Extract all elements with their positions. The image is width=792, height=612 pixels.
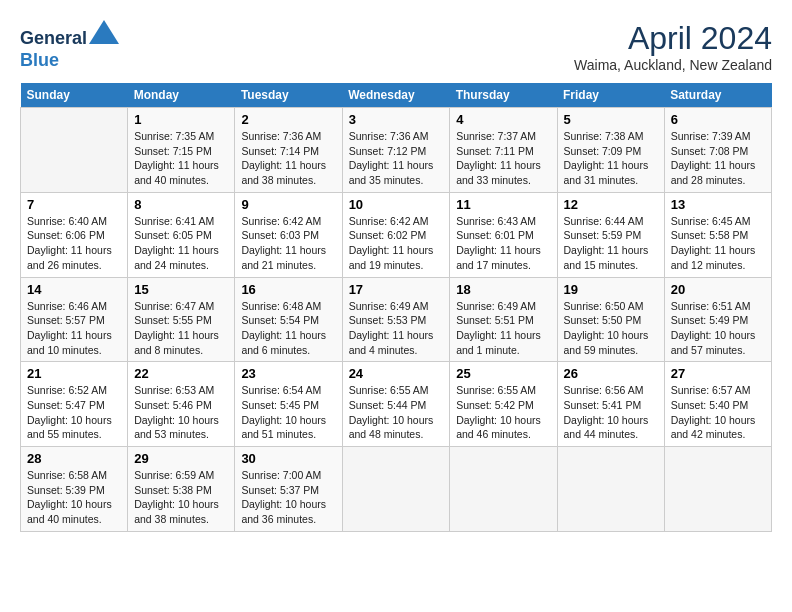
weekday-header-monday: Monday xyxy=(128,83,235,108)
month-title: April 2024 xyxy=(574,20,772,57)
day-info: Sunrise: 7:37 AM Sunset: 7:11 PM Dayligh… xyxy=(456,129,550,188)
day-info: Sunrise: 6:50 AM Sunset: 5:50 PM Dayligh… xyxy=(564,299,658,358)
day-number: 1 xyxy=(134,112,228,127)
calendar-cell xyxy=(664,447,771,532)
calendar-cell xyxy=(557,447,664,532)
weekday-header-tuesday: Tuesday xyxy=(235,83,342,108)
day-info: Sunrise: 6:49 AM Sunset: 5:51 PM Dayligh… xyxy=(456,299,550,358)
calendar-cell: 27Sunrise: 6:57 AM Sunset: 5:40 PM Dayli… xyxy=(664,362,771,447)
day-number: 17 xyxy=(349,282,444,297)
day-info: Sunrise: 7:39 AM Sunset: 7:08 PM Dayligh… xyxy=(671,129,765,188)
day-info: Sunrise: 6:44 AM Sunset: 5:59 PM Dayligh… xyxy=(564,214,658,273)
day-info: Sunrise: 6:42 AM Sunset: 6:02 PM Dayligh… xyxy=(349,214,444,273)
day-number: 30 xyxy=(241,451,335,466)
day-number: 19 xyxy=(564,282,658,297)
day-info: Sunrise: 6:56 AM Sunset: 5:41 PM Dayligh… xyxy=(564,383,658,442)
day-info: Sunrise: 6:48 AM Sunset: 5:54 PM Dayligh… xyxy=(241,299,335,358)
calendar-cell: 17Sunrise: 6:49 AM Sunset: 5:53 PM Dayli… xyxy=(342,277,450,362)
logo-blue: Blue xyxy=(20,50,59,70)
day-info: Sunrise: 6:58 AM Sunset: 5:39 PM Dayligh… xyxy=(27,468,121,527)
calendar-cell: 12Sunrise: 6:44 AM Sunset: 5:59 PM Dayli… xyxy=(557,192,664,277)
calendar-cell: 10Sunrise: 6:42 AM Sunset: 6:02 PM Dayli… xyxy=(342,192,450,277)
weekday-header-friday: Friday xyxy=(557,83,664,108)
day-number: 24 xyxy=(349,366,444,381)
day-info: Sunrise: 6:41 AM Sunset: 6:05 PM Dayligh… xyxy=(134,214,228,273)
calendar-cell: 18Sunrise: 6:49 AM Sunset: 5:51 PM Dayli… xyxy=(450,277,557,362)
svg-marker-0 xyxy=(89,20,119,44)
calendar-week-2: 7Sunrise: 6:40 AM Sunset: 6:06 PM Daylig… xyxy=(21,192,772,277)
logo-text: GeneralBlue xyxy=(20,20,119,71)
day-info: Sunrise: 6:43 AM Sunset: 6:01 PM Dayligh… xyxy=(456,214,550,273)
day-info: Sunrise: 6:45 AM Sunset: 5:58 PM Dayligh… xyxy=(671,214,765,273)
day-number: 2 xyxy=(241,112,335,127)
calendar-cell: 30Sunrise: 7:00 AM Sunset: 5:37 PM Dayli… xyxy=(235,447,342,532)
calendar-cell: 6Sunrise: 7:39 AM Sunset: 7:08 PM Daylig… xyxy=(664,108,771,193)
calendar-cell: 15Sunrise: 6:47 AM Sunset: 5:55 PM Dayli… xyxy=(128,277,235,362)
logo: GeneralBlue xyxy=(20,20,119,71)
calendar-cell: 5Sunrise: 7:38 AM Sunset: 7:09 PM Daylig… xyxy=(557,108,664,193)
calendar-cell: 25Sunrise: 6:55 AM Sunset: 5:42 PM Dayli… xyxy=(450,362,557,447)
day-number: 5 xyxy=(564,112,658,127)
calendar-week-4: 21Sunrise: 6:52 AM Sunset: 5:47 PM Dayli… xyxy=(21,362,772,447)
calendar-cell: 8Sunrise: 6:41 AM Sunset: 6:05 PM Daylig… xyxy=(128,192,235,277)
day-number: 6 xyxy=(671,112,765,127)
day-info: Sunrise: 7:36 AM Sunset: 7:12 PM Dayligh… xyxy=(349,129,444,188)
calendar-cell: 24Sunrise: 6:55 AM Sunset: 5:44 PM Dayli… xyxy=(342,362,450,447)
logo-icon xyxy=(89,20,119,44)
day-info: Sunrise: 6:42 AM Sunset: 6:03 PM Dayligh… xyxy=(241,214,335,273)
calendar-cell: 14Sunrise: 6:46 AM Sunset: 5:57 PM Dayli… xyxy=(21,277,128,362)
calendar-week-5: 28Sunrise: 6:58 AM Sunset: 5:39 PM Dayli… xyxy=(21,447,772,532)
weekday-header-row: SundayMondayTuesdayWednesdayThursdayFrid… xyxy=(21,83,772,108)
calendar-cell: 29Sunrise: 6:59 AM Sunset: 5:38 PM Dayli… xyxy=(128,447,235,532)
day-number: 15 xyxy=(134,282,228,297)
day-number: 29 xyxy=(134,451,228,466)
calendar-cell xyxy=(21,108,128,193)
day-number: 9 xyxy=(241,197,335,212)
day-info: Sunrise: 6:53 AM Sunset: 5:46 PM Dayligh… xyxy=(134,383,228,442)
day-number: 11 xyxy=(456,197,550,212)
calendar-week-3: 14Sunrise: 6:46 AM Sunset: 5:57 PM Dayli… xyxy=(21,277,772,362)
calendar-week-1: 1Sunrise: 7:35 AM Sunset: 7:15 PM Daylig… xyxy=(21,108,772,193)
calendar-cell: 11Sunrise: 6:43 AM Sunset: 6:01 PM Dayli… xyxy=(450,192,557,277)
calendar-cell: 13Sunrise: 6:45 AM Sunset: 5:58 PM Dayli… xyxy=(664,192,771,277)
calendar-table: SundayMondayTuesdayWednesdayThursdayFrid… xyxy=(20,83,772,532)
day-info: Sunrise: 6:52 AM Sunset: 5:47 PM Dayligh… xyxy=(27,383,121,442)
calendar-cell: 7Sunrise: 6:40 AM Sunset: 6:06 PM Daylig… xyxy=(21,192,128,277)
day-number: 7 xyxy=(27,197,121,212)
day-number: 22 xyxy=(134,366,228,381)
day-number: 18 xyxy=(456,282,550,297)
day-info: Sunrise: 6:46 AM Sunset: 5:57 PM Dayligh… xyxy=(27,299,121,358)
day-info: Sunrise: 6:55 AM Sunset: 5:44 PM Dayligh… xyxy=(349,383,444,442)
day-number: 21 xyxy=(27,366,121,381)
calendar-body: 1Sunrise: 7:35 AM Sunset: 7:15 PM Daylig… xyxy=(21,108,772,532)
calendar-cell: 2Sunrise: 7:36 AM Sunset: 7:14 PM Daylig… xyxy=(235,108,342,193)
day-info: Sunrise: 6:49 AM Sunset: 5:53 PM Dayligh… xyxy=(349,299,444,358)
calendar-cell: 4Sunrise: 7:37 AM Sunset: 7:11 PM Daylig… xyxy=(450,108,557,193)
day-number: 16 xyxy=(241,282,335,297)
calendar-cell xyxy=(450,447,557,532)
location-subtitle: Waima, Auckland, New Zealand xyxy=(574,57,772,73)
day-info: Sunrise: 7:38 AM Sunset: 7:09 PM Dayligh… xyxy=(564,129,658,188)
day-number: 4 xyxy=(456,112,550,127)
day-number: 3 xyxy=(349,112,444,127)
day-number: 27 xyxy=(671,366,765,381)
day-info: Sunrise: 6:51 AM Sunset: 5:49 PM Dayligh… xyxy=(671,299,765,358)
day-info: Sunrise: 7:35 AM Sunset: 7:15 PM Dayligh… xyxy=(134,129,228,188)
calendar-cell: 16Sunrise: 6:48 AM Sunset: 5:54 PM Dayli… xyxy=(235,277,342,362)
calendar-cell xyxy=(342,447,450,532)
day-info: Sunrise: 6:40 AM Sunset: 6:06 PM Dayligh… xyxy=(27,214,121,273)
calendar-cell: 22Sunrise: 6:53 AM Sunset: 5:46 PM Dayli… xyxy=(128,362,235,447)
day-info: Sunrise: 6:59 AM Sunset: 5:38 PM Dayligh… xyxy=(134,468,228,527)
calendar-cell: 19Sunrise: 6:50 AM Sunset: 5:50 PM Dayli… xyxy=(557,277,664,362)
day-number: 28 xyxy=(27,451,121,466)
calendar-cell: 1Sunrise: 7:35 AM Sunset: 7:15 PM Daylig… xyxy=(128,108,235,193)
day-number: 26 xyxy=(564,366,658,381)
calendar-cell: 9Sunrise: 6:42 AM Sunset: 6:03 PM Daylig… xyxy=(235,192,342,277)
calendar-cell: 21Sunrise: 6:52 AM Sunset: 5:47 PM Dayli… xyxy=(21,362,128,447)
day-number: 13 xyxy=(671,197,765,212)
page-header: GeneralBlue April 2024 Waima, Auckland, … xyxy=(20,20,772,73)
calendar-cell: 3Sunrise: 7:36 AM Sunset: 7:12 PM Daylig… xyxy=(342,108,450,193)
day-number: 20 xyxy=(671,282,765,297)
day-number: 8 xyxy=(134,197,228,212)
day-info: Sunrise: 7:00 AM Sunset: 5:37 PM Dayligh… xyxy=(241,468,335,527)
